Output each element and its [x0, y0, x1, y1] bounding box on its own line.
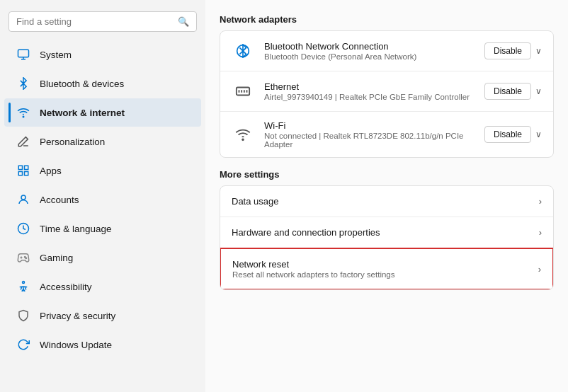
search-box[interactable]: 🔍: [8, 11, 197, 32]
chevron-down-icon: ∨: [535, 86, 542, 96]
accessibility-icon: [16, 279, 31, 294]
chevron-down-icon: ∨: [535, 129, 542, 139]
network-adapters-title: Network adapters: [220, 14, 554, 25]
main-content: Network adapters Bluetooth Network Conne…: [205, 0, 568, 392]
adapter-subtitle: Bluetooth Device (Personal Area Network): [264, 52, 484, 61]
adapter-action-bluetooth-network: Disable ∨: [484, 42, 542, 59]
svg-point-3: [23, 116, 24, 117]
settings-text-network-reset: Network reset Reset all network adapters…: [232, 259, 533, 279]
svg-point-8: [21, 195, 25, 200]
sidebar-item-label: Privacy & security: [40, 311, 115, 321]
bluetooth-network-icon: [232, 40, 254, 62]
bluetooth-icon: [16, 76, 31, 91]
settings-item-data-usage[interactable]: Data usage ›: [220, 186, 553, 217]
adapter-title: Ethernet: [264, 81, 484, 92]
svg-rect-5: [25, 166, 28, 169]
chevron-down-icon: ∨: [535, 46, 542, 56]
svg-point-21: [242, 139, 244, 140]
sidebar-item-label: Accounts: [40, 195, 79, 205]
svg-rect-0: [18, 50, 29, 57]
adapters-list: Bluetooth Network Connection Bluetooth D…: [220, 30, 554, 158]
sidebar-item-time[interactable]: Time & language: [4, 214, 201, 243]
more-settings-title: More settings: [220, 169, 554, 180]
sidebar-item-system[interactable]: System: [4, 40, 201, 69]
sidebar: 🔍 SystemBluetooth & devicesNetwork & int…: [0, 0, 205, 392]
sidebar-item-label: Windows Update: [40, 340, 112, 350]
settings-title: Data usage: [232, 196, 533, 207]
sidebar-item-label: Network & internet: [40, 108, 125, 118]
svg-point-13: [25, 258, 27, 259]
adapter-text-wifi: Wi-Fi Not connected | Realtek RTL8723DE …: [264, 120, 484, 149]
adapter-subtitle: Not connected | Realtek RTL8723DE 802.11…: [264, 132, 484, 149]
chevron-right-icon: ›: [539, 227, 542, 238]
gaming-icon: [16, 250, 31, 265]
system-icon: [16, 47, 31, 62]
ethernet-icon: [232, 80, 254, 103]
settings-title: Hardware and connection properties: [232, 227, 533, 238]
search-input[interactable]: [16, 16, 178, 27]
adapter-text-ethernet: Ethernet Airtel_9973940149 | Realtek PCI…: [264, 81, 484, 101]
search-icon: 🔍: [178, 16, 189, 27]
sidebar-item-accounts[interactable]: Accounts: [4, 185, 201, 214]
sidebar-item-label: Apps: [40, 166, 62, 176]
personalization-icon: [16, 134, 31, 149]
sidebar-item-label: Gaming: [40, 253, 73, 263]
network-adapters-section: Network adapters Bluetooth Network Conne…: [220, 14, 554, 158]
settings-subtitle: Reset all network adapters to factory se…: [232, 270, 533, 279]
svg-point-14: [23, 282, 25, 284]
svg-rect-7: [25, 172, 28, 175]
svg-rect-4: [18, 166, 22, 169]
sidebar-item-network[interactable]: Network & internet: [4, 98, 201, 127]
settings-text-data-usage: Data usage: [232, 196, 533, 207]
sidebar-item-update[interactable]: Windows Update: [4, 330, 201, 359]
disable-button-ethernet[interactable]: Disable: [484, 83, 531, 100]
adapter-action-ethernet: Disable ∨: [484, 83, 542, 100]
sidebar-item-gaming[interactable]: Gaming: [4, 243, 201, 272]
adapter-subtitle: Airtel_9973940149 | Realtek PCIe GbE Fam…: [264, 93, 484, 101]
svg-rect-6: [18, 172, 22, 175]
settings-text-hardware-connection: Hardware and connection properties: [232, 227, 533, 238]
settings-item-hardware-connection[interactable]: Hardware and connection properties ›: [220, 217, 553, 248]
time-icon: [16, 221, 31, 236]
apps-icon: [16, 163, 31, 178]
sidebar-item-personalization[interactable]: Personalization: [4, 127, 201, 156]
sidebar-item-accessibility[interactable]: Accessibility: [4, 272, 201, 301]
adapter-action-wifi: Disable ∨: [484, 126, 542, 143]
update-icon: [16, 337, 31, 352]
sidebar-item-privacy[interactable]: Privacy & security: [4, 301, 201, 330]
accounts-icon: [16, 192, 31, 207]
adapter-title: Bluetooth Network Connection: [264, 41, 484, 52]
settings-title: Network reset: [232, 259, 533, 270]
sidebar-item-label: Personalization: [40, 137, 105, 147]
sidebar-item-label: Time & language: [40, 224, 112, 234]
adapter-item-wifi[interactable]: Wi-Fi Not connected | Realtek RTL8723DE …: [220, 112, 553, 157]
more-settings-list: Data usage › Hardware and connection pro…: [220, 185, 554, 290]
sidebar-item-label: Bluetooth & devices: [40, 79, 124, 89]
adapter-item-ethernet[interactable]: Ethernet Airtel_9973940149 | Realtek PCI…: [220, 71, 553, 112]
more-settings-section: More settings Data usage › Hardware and …: [220, 169, 554, 290]
chevron-right-icon: ›: [538, 264, 541, 275]
adapter-title: Wi-Fi: [264, 120, 484, 131]
sidebar-item-apps[interactable]: Apps: [4, 156, 201, 185]
chevron-right-icon: ›: [539, 196, 542, 207]
adapter-text-bluetooth-network: Bluetooth Network Connection Bluetooth D…: [264, 41, 484, 61]
wifi-icon: [232, 123, 254, 146]
network-icon: [16, 105, 31, 120]
adapter-item-bluetooth-network[interactable]: Bluetooth Network Connection Bluetooth D…: [220, 31, 553, 71]
disable-button-bluetooth-network[interactable]: Disable: [484, 42, 531, 59]
disable-button-wifi[interactable]: Disable: [484, 126, 531, 143]
privacy-icon: [16, 308, 31, 323]
sidebar-item-label: System: [40, 50, 72, 60]
sidebar-item-label: Accessibility: [40, 282, 92, 292]
sidebar-item-bluetooth[interactable]: Bluetooth & devices: [4, 69, 201, 98]
settings-item-network-reset[interactable]: Network reset Reset all network adapters…: [220, 248, 554, 290]
